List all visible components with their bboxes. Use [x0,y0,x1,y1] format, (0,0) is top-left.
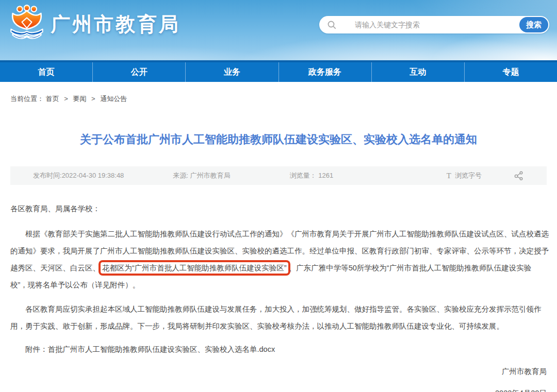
nav-item-topics[interactable]: 专题 [464,62,557,82]
page: 广州市教育局 搜索 首页 公开 业务 政务服务 互动 专题 当前位置： 首页 >… [0,0,557,392]
paragraph-1-line-2: 的通知》要求，我局开展了广州市人工智能助推教师队伍建设实验区、实验校的遴选工作。… [10,243,547,260]
education-bureau-logo-icon[interactable] [7,5,46,42]
breadcrumb-item-home[interactable]: 首页 [46,95,59,103]
nav-item-interact[interactable]: 互动 [371,62,464,82]
paragraph-1-line-4: 校”，现将名单予以公布（详见附件）。 [10,277,547,294]
search-input[interactable] [336,21,519,29]
views-value: 1261 [318,172,333,179]
paragraph-2-line-1: 各区教育局应切实承担起本区域人工智能助推教师队伍建设与发展任务，加大投入，加强统… [10,301,547,318]
views-label: 浏览量： [290,172,317,179]
paragraph-1: 根据《教育部关于实施第二批人工智能助推教师队伍建设行动试点工作的通知》《广州市教… [10,226,547,294]
paragraph-2-line-2: 用，勇于实践、敢于创新，形成品牌。下一步，我局将研制并印发实验区、实验校考核办法… [10,318,547,335]
search-icon [327,20,336,29]
site-title: 广州市教育局 [51,11,181,38]
attachment-label: 附件： [25,345,48,353]
signature-date: 2022年4月29日 [0,388,547,392]
breadcrumb-label: 当前位置： [10,95,44,103]
paragraph-1-line-3: 越秀区、天河区、白云区、花都区为“广州市首批人工智能助推教师队伍建设实验区”、广… [10,260,547,277]
view-count: 浏览量： 1261 [290,171,334,180]
paragraph-2: 各区教育局应切实承担起本区域人工智能助推教师队伍建设与发展任务，加大投入，加强统… [10,301,547,335]
attachment-file-link[interactable]: 首批广州市人工智能助推教师队伍建设实验区、实验校入选名单.docx [48,345,275,353]
nav-item-home[interactable]: 首页 [0,62,92,82]
paragraph-1-line-3-after: 、广东广雅中学等50所学校为“广州市首批人工智能助推教师队伍建设实验 [289,264,531,272]
breadcrumb-item-news[interactable]: 要闻 [73,95,86,103]
nav-item-services[interactable]: 政务服务 [278,62,371,82]
highlight-annotation-box: 花都区为“广州市首批人工智能助推教师队伍建设实验区” [99,260,290,276]
article-meta-bar: 发布时间:2022-04-30 19:38:48 来源: 广州市教育局 浏览量：… [10,166,547,185]
share-icon[interactable] [514,171,524,181]
attachment-row: 附件：首批广州市人工智能助推教师队伍建设实验区、实验校入选名单.docx [10,341,547,358]
source-value: 广州市教育局 [190,172,231,179]
signature-org: 广州市教育局 [0,366,547,377]
search-button[interactable]: 搜索 [519,17,548,32]
publish-time-label: 发布时间: [33,172,62,179]
breadcrumb: 当前位置： 首页 > 要闻 > 通知公告 [10,94,557,104]
paragraph-1-line-1: 根据《教育部关于实施第二批人工智能助推教师队伍建设行动试点工作的通知》《广州市教… [10,226,547,243]
site-header: 广州市教育局 搜索 [0,0,557,60]
article-title: 关于公布首批广州市人工智能助推教师队伍建设实验区、实验校入选名单的通知 [0,131,557,148]
breadcrumb-item-notices[interactable]: 通知公告 [100,95,127,103]
publish-time-value: 2022-04-30 19:38:48 [62,172,124,179]
breadcrumb-separator: > [91,95,95,103]
breadcrumb-separator: > [64,95,68,103]
source-label: 来源: [173,172,188,179]
search-bar: 搜索 [319,16,549,33]
salutation: 各区教育局、局属各学校： [10,200,547,217]
font-size-T-icon: T [447,172,451,180]
font-size-label: 浏览字号 [455,171,482,180]
paragraph-1-line-3-before: 越秀区、天河区、白云区、 [10,264,100,272]
font-size-control[interactable]: T 浏览字号 [447,171,482,180]
publish-time: 发布时间:2022-04-30 19:38:48 [33,171,124,180]
nav-item-business[interactable]: 业务 [185,62,278,82]
article-source: 来源: 广州市教育局 [173,171,230,180]
article-body: 各区教育局、局属各学校： 根据《教育部关于实施第二批人工智能助推教师队伍建设行动… [10,200,547,358]
nav-item-public[interactable]: 公开 [92,62,185,82]
main-nav: 首页 公开 业务 政务服务 互动 专题 [0,60,557,82]
signature-block: 广州市教育局 2022年4月29日 [0,366,547,392]
